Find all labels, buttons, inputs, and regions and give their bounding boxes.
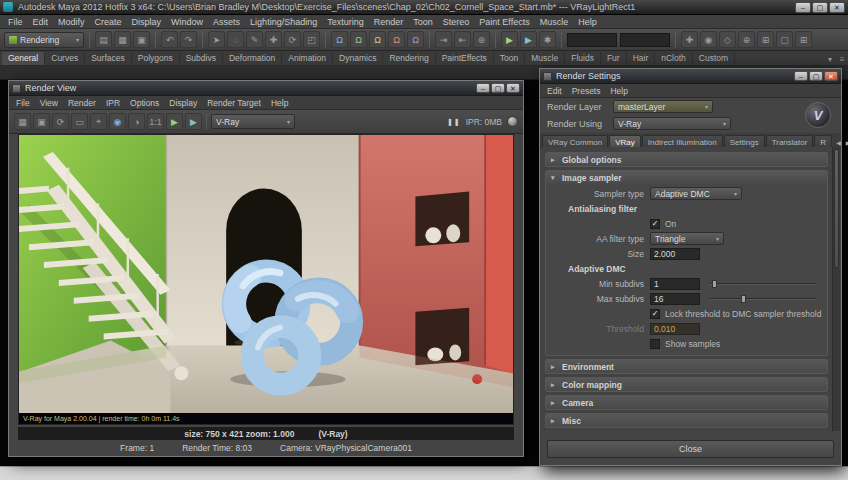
menu-item[interactable]: Help [605,86,632,96]
render-settings-titlebar[interactable]: Render Settings [540,69,841,84]
render-view-titlebar[interactable]: Render View [9,81,523,96]
minimize-button[interactable] [476,83,490,93]
settings-section[interactable]: Environment [545,359,828,374]
shelf-tab[interactable]: Muscle [525,52,565,65]
save-scene-icon[interactable]: ▣ [133,31,150,48]
menu-item[interactable]: Render [63,98,101,108]
object-mode-icon[interactable]: ◉ [700,31,717,48]
render-icon[interactable]: ▶ [166,113,183,130]
close-settings-button[interactable]: Close [547,440,834,458]
shelf-tab[interactable]: Curves [45,52,85,65]
shelf-tab[interactable]: Surfaces [85,52,132,65]
lock-threshold-checkbox[interactable] [650,309,660,319]
shelf-tab[interactable]: Hair [627,52,656,65]
close-button[interactable] [829,2,845,13]
snap-together-icon[interactable]: ⊕ [738,31,755,48]
move-tool-icon[interactable]: ✚ [265,31,282,48]
render-settings-icon[interactable]: ✱ [539,31,556,48]
menu-item[interactable]: Window [166,17,208,27]
lasso-tool-icon[interactable]: ◌ [227,31,244,48]
section-image-sampler-header[interactable]: Image sampler [546,171,827,184]
component-mode-icon[interactable]: ◇ [719,31,736,48]
min-subdivs-slider[interactable] [709,283,817,285]
scrollbar-thumb[interactable] [834,149,839,268]
snap-grid-icon[interactable]: Ω [331,31,348,48]
shelf-tab[interactable]: Custom [693,52,735,65]
output-connections-icon[interactable]: ⇤ [454,31,471,48]
shelf-tab[interactable]: Deformation [223,52,282,65]
shelf-editor-icon[interactable]: ≡ [836,53,848,65]
shelf-tab[interactable]: Animation [282,52,333,65]
menu-item[interactable]: Render [369,17,409,27]
show-samples-checkbox[interactable] [650,339,660,349]
snapshot-icon[interactable]: ⌖ [90,113,107,130]
render-using-dropdown[interactable]: V-Ray [613,117,731,130]
menu-item[interactable]: Lighting/Shading [245,17,322,27]
menu-item[interactable]: Stereo [438,17,475,27]
menu-item[interactable]: File [11,98,35,108]
menu-item[interactable]: Modify [53,17,90,27]
undo-icon[interactable]: ↶ [161,31,178,48]
render-current-frame-icon[interactable]: ▶ [501,31,518,48]
open-image-icon[interactable]: ▦ [14,113,31,130]
rendered-image-area[interactable]: V-Ray for Maya 2.00.04 | render time: 0h… [18,134,514,425]
tab-scroll-right-icon[interactable]: ▶ [844,139,848,148]
scale-tool-icon[interactable]: ◰ [303,31,320,48]
menu-item[interactable]: Options [125,98,164,108]
layout-single-icon[interactable]: ▢ [776,31,793,48]
one-to-one-icon[interactable]: 1:1 [147,113,164,130]
menu-item[interactable]: Edit [542,86,567,96]
settings-section[interactable]: Camera [545,395,828,410]
ipr-render-icon[interactable]: ▶ [520,31,537,48]
min-subdivs-input[interactable]: 1 [650,278,700,290]
shelf-tab[interactable]: Rendering [383,52,435,65]
menu-item[interactable]: Render Target [202,98,266,108]
threshold-input[interactable]: 0.010 [650,323,700,335]
snap-curve-icon[interactable]: Ω [350,31,367,48]
paint-select-icon[interactable]: ✎ [246,31,263,48]
aa-filter-type-dropdown[interactable]: Triangle [650,232,724,245]
shelf-tab[interactable]: General [2,52,45,65]
shelf-tab[interactable]: Polygons [132,52,180,65]
ipr-icon[interactable]: ▶ [185,113,202,130]
alpha-channel-icon[interactable]: ◑ [128,113,145,130]
snap-view-icon[interactable]: Ω [407,31,424,48]
menu-item[interactable]: Edit [28,17,54,27]
menu-item[interactable]: Help [266,98,293,108]
settings-section[interactable]: Color mapping [545,377,828,392]
close-button[interactable] [506,83,520,93]
construction-history-icon[interactable]: ⊛ [473,31,490,48]
menu-set-dropdown[interactable]: Rendering [4,32,84,48]
pause-ipr-icon[interactable]: ❚❚ [447,118,461,126]
shelf-tab[interactable]: Toon [494,52,525,65]
shelf-tab[interactable]: Fluids [565,52,601,65]
shelf-menu-icon[interactable]: ▾ [824,53,836,65]
maximize-button[interactable] [812,2,828,13]
shelf-tab[interactable]: Subdivs [180,52,223,65]
show-manipulator-icon[interactable]: ✚ [681,31,698,48]
menu-item[interactable]: Toon [408,17,438,27]
menu-item[interactable]: Paint Effects [474,17,534,27]
menu-item[interactable]: Create [90,17,127,27]
rotate-tool-icon[interactable]: ⟳ [284,31,301,48]
aa-size-input[interactable]: 2.000 [650,248,700,260]
menu-item[interactable]: Muscle [535,17,574,27]
grid-toggle-icon[interactable]: ⊞ [757,31,774,48]
new-scene-icon[interactable]: ▤ [95,31,112,48]
render-region-icon[interactable]: ▭ [71,113,88,130]
shelf-tab[interactable]: Dynamics [333,52,383,65]
settings-section[interactable]: Misc [545,413,828,428]
menu-item[interactable]: Assets [208,17,245,27]
max-subdivs-input[interactable]: 16 [650,293,700,305]
maximize-button[interactable] [491,83,505,93]
menu-item[interactable]: IPR [101,98,125,108]
rgb-channels-icon[interactable]: ◉ [109,113,126,130]
layout-four-icon[interactable]: ⊞ [795,31,812,48]
snap-point-icon[interactable]: Ω [369,31,386,48]
menu-item[interactable]: File [3,17,28,27]
aa-on-checkbox[interactable] [650,219,660,229]
menu-item[interactable]: Help [573,17,602,27]
minimize-button[interactable] [795,2,811,13]
section-global-options[interactable]: Global options [545,152,828,167]
maximize-button[interactable] [809,71,823,81]
